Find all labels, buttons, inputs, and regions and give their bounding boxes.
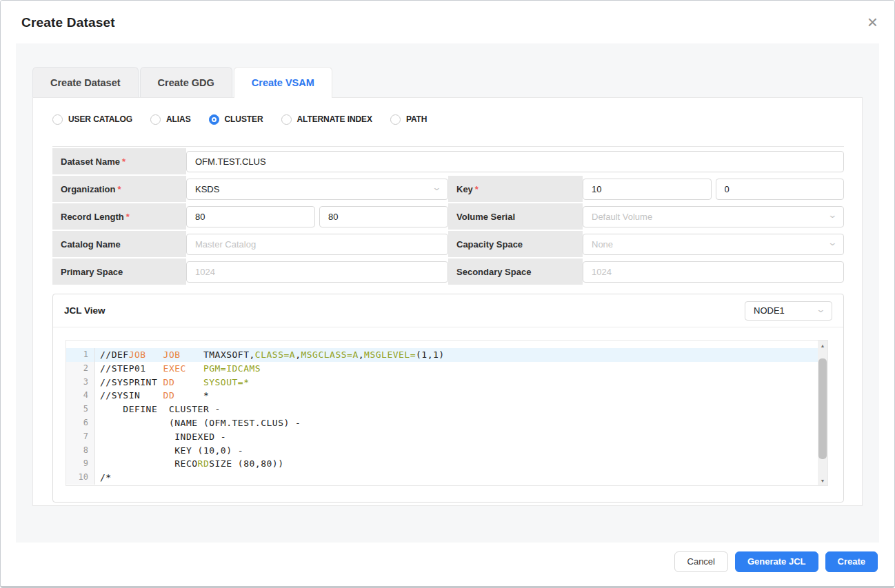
jcl-view-header: JCL View NODE1 ⌄ <box>53 294 843 327</box>
code-text: KEY (10,0) - <box>95 444 243 458</box>
radio-label: CLUSTER <box>225 114 263 124</box>
close-icon[interactable]: × <box>867 13 878 31</box>
organization-select-value: KSDS <box>195 184 219 194</box>
jcl-view-panel: JCL View NODE1 ⌄ 1//DEFJOB JOB TMAXSOFT,… <box>52 294 844 503</box>
secondary-space-label: Secondary Space <box>448 258 583 285</box>
generate-jcl-button[interactable]: Generate JCL <box>735 551 818 572</box>
radio-unselected-icon[interactable] <box>281 114 292 125</box>
code-text: (NAME (OFM.TEST.CLUS) - <box>95 416 301 430</box>
code-line: 2//STEP01 EXEC PGM=IDCAMS <box>66 362 818 376</box>
radio-alternate-index[interactable]: ALTERNATE INDEX <box>281 114 372 125</box>
code-line: 10/* <box>66 471 818 485</box>
code-text: //SYSIN DD * <box>95 389 209 403</box>
code-text: RECORDSIZE (80,80)) <box>95 457 283 471</box>
create-vsam-tab-content: USER CATALOGALIASCLUSTERALTERNATE INDEXP… <box>32 97 863 506</box>
radio-label: ALIAS <box>166 114 191 124</box>
catalog-name-label: Catalog Name <box>52 231 186 257</box>
radio-unselected-icon[interactable] <box>52 114 63 125</box>
line-number: 8 <box>66 444 95 458</box>
code-text: INDEXED - <box>95 430 226 444</box>
line-number: 9 <box>66 457 95 471</box>
key-length-input[interactable] <box>583 179 712 200</box>
tab-create-dataset[interactable]: Create Dataset <box>32 67 139 97</box>
radio-alias[interactable]: ALIAS <box>150 114 191 125</box>
volume-serial-select[interactable]: Default Volume ⌄ <box>583 206 844 227</box>
node-select[interactable]: NODE1 ⌄ <box>745 301 832 321</box>
required-mark: * <box>475 184 479 194</box>
code-text: //SYSPRINT DD SYSOUT=* <box>95 376 250 389</box>
code-text: DEFINE CLUSTER - <box>95 403 221 416</box>
modal-footer: Cancel Generate JCL Create <box>1 543 894 586</box>
organization-label: Organization* <box>52 176 186 202</box>
page-title: Create Dataset <box>21 15 115 30</box>
required-mark: * <box>126 212 130 222</box>
node-select-value: NODE1 <box>754 305 785 316</box>
radio-user-catalog[interactable]: USER CATALOG <box>52 114 132 125</box>
radio-path[interactable]: PATH <box>390 114 428 125</box>
line-number: 4 <box>66 389 95 403</box>
radio-selected-icon[interactable] <box>209 114 219 125</box>
scroll-up-icon[interactable]: ▲ <box>818 341 827 350</box>
code-text: //DEFJOB JOB TMAXSOFT,CLASS=A,MSGCLASS=A… <box>95 348 445 362</box>
secondary-space-input[interactable] <box>583 261 844 283</box>
chevron-down-icon: ⌄ <box>827 212 837 219</box>
key-offset-input[interactable] <box>716 179 845 200</box>
create-button[interactable]: Create <box>825 551 878 572</box>
chevron-down-icon: ⌄ <box>432 184 441 191</box>
cancel-button[interactable]: Cancel <box>674 551 728 572</box>
line-number: 1 <box>66 348 95 362</box>
chevron-down-icon: ⌄ <box>827 239 837 246</box>
record-length-max-input[interactable] <box>319 206 448 227</box>
code-line: 3//SYSPRINT DD SYSOUT=* <box>66 376 818 389</box>
primary-space-label: Primary Space <box>52 258 186 285</box>
required-mark: * <box>117 184 121 194</box>
code-line: 6 (NAME (OFM.TEST.CLUS) - <box>66 416 818 430</box>
code-line: 7 INDEXED - <box>66 430 818 444</box>
line-number: 7 <box>66 430 95 444</box>
line-number: 3 <box>66 376 95 389</box>
capacity-space-placeholder: None <box>592 239 613 250</box>
code-text: //STEP01 EXEC PGM=IDCAMS <box>95 362 261 376</box>
jcl-view-title: JCL View <box>64 305 105 316</box>
capacity-space-label: Capacity Space <box>448 231 583 257</box>
vertical-scrollbar[interactable]: ▲ ▼ <box>818 341 827 485</box>
primary-space-input[interactable] <box>186 261 448 283</box>
vsam-type-radio-group: USER CATALOGALIASCLUSTERALTERNATE INDEXP… <box>52 113 427 125</box>
line-number: 5 <box>66 403 95 416</box>
code-line: 8 KEY (10,0) - <box>66 444 818 458</box>
capacity-space-select[interactable]: None ⌄ <box>583 234 844 255</box>
radio-label: PATH <box>406 114 428 124</box>
organization-select[interactable]: KSDS ⌄ <box>186 179 448 200</box>
tab-create-vsam[interactable]: Create VSAM <box>234 67 332 98</box>
vsam-form: Dataset Name* Organization* KSDS ⌄ Key* <box>52 146 844 285</box>
catalog-name-input[interactable] <box>186 234 448 255</box>
scroll-down-icon[interactable]: ▼ <box>818 476 827 485</box>
jcl-code-editor[interactable]: 1//DEFJOB JOB TMAXSOFT,CLASS=A,MSGCLASS=… <box>66 340 828 486</box>
record-length-avg-input[interactable] <box>186 206 315 227</box>
jcl-code-lines: 1//DEFJOB JOB TMAXSOFT,CLASS=A,MSGCLASS=… <box>66 341 818 485</box>
line-number: 2 <box>66 362 95 376</box>
code-line: 9 RECORDSIZE (80,80)) <box>66 457 818 471</box>
tab-create-gdg[interactable]: Create GDG <box>140 67 232 97</box>
line-number: 10 <box>66 471 95 485</box>
radio-label: ALTERNATE INDEX <box>297 114 372 124</box>
radio-unselected-icon[interactable] <box>390 114 401 125</box>
code-text: /* <box>95 471 112 485</box>
code-line: 4//SYSIN DD * <box>66 389 818 403</box>
required-mark: * <box>122 156 125 167</box>
key-label: Key* <box>448 176 583 202</box>
code-line: 5 DEFINE CLUSTER - <box>66 403 818 416</box>
radio-cluster[interactable]: CLUSTER <box>209 114 263 125</box>
code-line: 1//DEFJOB JOB TMAXSOFT,CLASS=A,MSGCLASS=… <box>66 348 818 362</box>
chevron-down-icon: ⌄ <box>816 306 825 313</box>
tab-bar: Create DatasetCreate GDGCreate VSAM <box>32 67 334 97</box>
volume-serial-label: Volume Serial <box>448 203 583 230</box>
line-number: 6 <box>66 416 95 430</box>
radio-unselected-icon[interactable] <box>150 114 161 125</box>
dataset-name-label: Dataset Name* <box>52 148 186 174</box>
modal-header: Create Dataset × <box>1 1 894 43</box>
scrollbar-thumb[interactable] <box>818 358 827 459</box>
radio-label: USER CATALOG <box>68 114 132 124</box>
dataset-name-input[interactable] <box>186 151 844 172</box>
modal-body: Create DatasetCreate GDGCreate VSAM USER… <box>16 43 879 545</box>
